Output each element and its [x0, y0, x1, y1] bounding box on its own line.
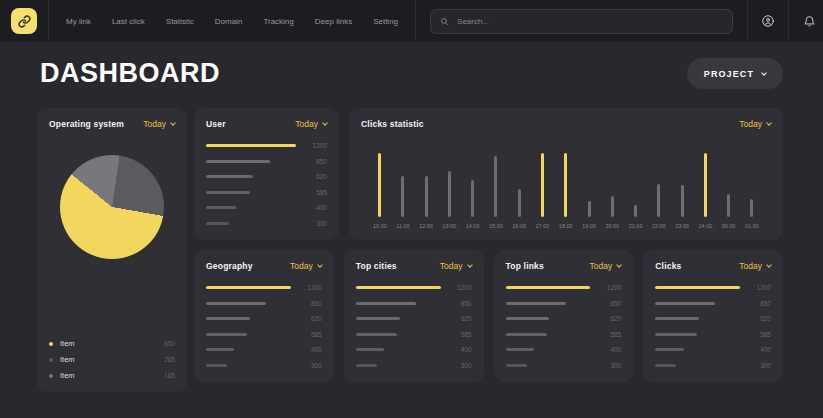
bar-value: 620: [748, 315, 771, 322]
bar-row: 400: [506, 346, 622, 353]
period-dropdown[interactable]: Today: [440, 261, 472, 271]
bar: [206, 317, 250, 320]
nav-link-setting[interactable]: Setting: [373, 17, 398, 26]
x-axis-tick-label: 23:00: [675, 223, 689, 229]
bar-value: 850: [299, 300, 322, 307]
bar-row: 300: [356, 362, 472, 369]
bar: [356, 317, 400, 320]
period-dropdown[interactable]: Today: [739, 119, 771, 129]
bar-value: 850: [304, 158, 327, 165]
bar: [750, 199, 753, 217]
bar: [471, 180, 474, 217]
bar-track: [356, 302, 441, 305]
bar-column: 01:00: [745, 143, 759, 229]
bar-row: 585: [206, 189, 327, 196]
nav-link-tracking[interactable]: Tracking: [263, 17, 293, 26]
legend-dot: [49, 358, 53, 362]
nav-link-my-link[interactable]: My link: [66, 17, 91, 26]
nav-link-deep-links[interactable]: Deep links: [315, 17, 352, 26]
x-axis-tick-label: 13:00: [442, 223, 456, 229]
legend-value: 285: [164, 356, 175, 363]
nav-links: My link Last click Statistic Domain Trac…: [49, 0, 415, 42]
bar-row: 850: [655, 300, 771, 307]
bar-value: 585: [748, 331, 771, 338]
pie-legend: Item650Item285Item185: [49, 339, 175, 381]
legend-value: 185: [164, 372, 175, 379]
bar-track: [655, 302, 740, 305]
x-axis-tick-label: 10:00: [373, 223, 387, 229]
nav-link-statistic[interactable]: Statistic: [166, 17, 194, 26]
bar-value: 1200: [748, 284, 771, 291]
bar: [206, 302, 266, 305]
period-label: Today: [290, 261, 313, 271]
account-button[interactable]: [747, 0, 788, 42]
period-dropdown[interactable]: Today: [290, 261, 322, 271]
legend-value: 650: [164, 340, 175, 347]
bar-track: [206, 144, 296, 147]
x-axis-tick-label: 22:00: [652, 223, 666, 229]
project-dropdown-button[interactable]: PROJECT: [687, 58, 783, 89]
top-cities-bar-chart: 1200850620585400300: [356, 284, 472, 371]
bar: [506, 348, 534, 351]
bar: [206, 333, 247, 336]
clicks-statistic-bar-chart: 10:0011:0012:0013:0014:0015:0016:0017:00…: [361, 143, 771, 229]
bar-area: [634, 153, 637, 217]
bar-column: 11:00: [396, 143, 409, 229]
bar: [727, 194, 730, 217]
bar-track: [356, 286, 441, 289]
bar-area: [448, 153, 451, 217]
bar-column: 21:00: [629, 143, 643, 229]
bar-column: 24:00: [699, 143, 713, 229]
bar-value: 400: [748, 346, 771, 353]
bar-value: 300: [598, 362, 621, 369]
card-top-links: Top links Today 1200850620585400300: [494, 250, 634, 382]
bar-row: 400: [206, 204, 327, 211]
bar-row: 620: [206, 315, 322, 322]
bar-track: [506, 348, 591, 351]
bar-area: [704, 153, 707, 217]
top-links-bar-chart: 1200850620585400300: [506, 284, 622, 371]
period-dropdown[interactable]: Today: [295, 119, 327, 129]
bar-value: 1200: [299, 284, 322, 291]
period-dropdown[interactable]: Today: [143, 119, 175, 129]
x-axis-tick-label: 21:00: [629, 223, 643, 229]
logo-button[interactable]: [11, 8, 37, 34]
bar: [494, 156, 497, 217]
search-icon: [440, 17, 449, 26]
notifications-button[interactable]: [788, 0, 823, 42]
period-label: Today: [739, 261, 762, 271]
bar-track: [356, 364, 441, 367]
link-icon: [18, 15, 31, 28]
bar: [518, 189, 521, 217]
bar-track: [356, 333, 441, 336]
bar-area: [378, 153, 381, 217]
bar-value: 620: [449, 315, 472, 322]
chevron-down-icon: [322, 120, 328, 126]
bar: [564, 153, 567, 217]
bar-row: 300: [206, 362, 322, 369]
period-dropdown[interactable]: Today: [739, 261, 771, 271]
bar-value: 620: [299, 315, 322, 322]
bar-column: 20:00: [605, 143, 619, 229]
bar-row: 585: [506, 331, 622, 338]
bar: [356, 364, 377, 367]
chevron-down-icon: [766, 262, 772, 268]
bar-row: 585: [206, 331, 322, 338]
bar: [401, 176, 404, 217]
bar-track: [655, 348, 740, 351]
bar-column: 23:00: [675, 143, 689, 229]
bar-track: [206, 160, 296, 163]
nav-link-last-click[interactable]: Last click: [112, 17, 145, 26]
x-axis-tick-label: 20:00: [605, 223, 619, 229]
period-dropdown[interactable]: Today: [590, 261, 622, 271]
bar-value: 300: [304, 220, 327, 227]
bar-value: 850: [598, 300, 621, 307]
period-label: Today: [590, 261, 613, 271]
nav-link-domain[interactable]: Domain: [215, 17, 243, 26]
search-input[interactable]: [455, 16, 723, 27]
bar-value: 300: [449, 362, 472, 369]
bar: [206, 364, 227, 367]
card-title: Top cities: [356, 261, 397, 271]
card-top-cities: Top cities Today 1200850620585400300: [344, 250, 484, 382]
bar-value: 1200: [598, 284, 621, 291]
